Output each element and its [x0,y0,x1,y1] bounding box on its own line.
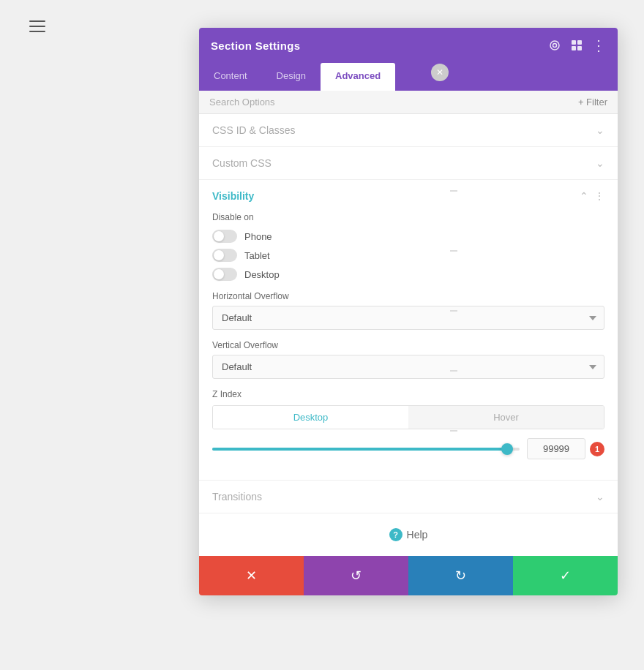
custom-css-label: Custom CSS [212,157,272,169]
visibility-section: Visibility ⌃ ⋮ Disable on Phone Tablet D… [199,180,618,481]
z-tab-hover[interactable]: Hover [408,406,604,429]
tablet-label: Tablet [244,250,270,261]
chevron-down-icon: ⌄ [596,491,604,502]
header-icons: ⋮ [547,38,606,53]
z-index-input-wrap: 1 [527,438,604,459]
svg-rect-3 [577,40,582,45]
chevron-up-icon[interactable]: ⌃ [580,190,588,202]
modal-header: Section Settings ⋮ [199,28,618,63]
visibility-header: Visibility ⌃ ⋮ [212,190,604,202]
scroll-line [450,430,457,432]
vertical-overflow-select[interactable]: Default Hidden Scroll Auto Visible [212,355,604,379]
vertical-overflow-group: Vertical Overflow Default Hidden Scroll … [212,340,604,379]
scroll-line [450,190,457,192]
tablet-toggle[interactable] [212,249,237,262]
section-settings-modal: Section Settings ⋮ Content Design [199,28,618,595]
css-id-classes-row[interactable]: CSS ID & Classes ⌄ [199,114,618,147]
tab-advanced[interactable]: Advanced [321,63,395,91]
phone-toggle-row: Phone [212,230,604,243]
redo-button[interactable]: ↻ [408,556,513,595]
transitions-label: Transitions [212,491,262,502]
visibility-header-icons: ⌃ ⋮ [580,190,604,202]
horizontal-overflow-group: Horizontal Overflow Default Hidden Scrol… [212,291,604,330]
z-index-slider-row: 1 [212,438,604,459]
transitions-row[interactable]: Transitions ⌄ [199,481,618,513]
hamburger-line [29,31,45,32]
hamburger-line [29,20,45,22]
modal-footer: ✕ ↺ ↻ ✓ [199,556,618,595]
custom-css-row[interactable]: Custom CSS ⌄ [199,147,618,180]
disable-on-label: Disable on [212,212,604,222]
svg-rect-2 [572,40,576,45]
help-label[interactable]: Help [407,529,428,541]
desktop-toggle-row: Desktop [212,268,604,281]
save-button[interactable]: ✓ [513,556,618,595]
z-index-badge: 1 [590,442,604,456]
chevron-down-icon: ⌄ [596,157,604,169]
filter-button[interactable]: + Filter [578,97,607,108]
scroll-line [450,370,457,372]
phone-toggle[interactable] [212,230,237,243]
z-index-label: Z Index [212,389,604,399]
search-placeholder[interactable]: Search Options [209,97,275,108]
tab-bar: Content Design Advanced [199,63,618,91]
z-index-tabs: Desktop Hover [212,405,604,429]
scroll-line [450,310,457,312]
z-index-section: Z Index Desktop Hover 1 [212,389,604,459]
desktop-label: Desktop [244,269,280,280]
svg-rect-5 [577,46,582,50]
undo-button[interactable]: ↺ [304,556,408,595]
vertical-overflow-label: Vertical Overflow [212,340,604,350]
z-index-slider[interactable] [212,442,520,456]
visibility-title: Visibility [212,190,254,202]
css-id-classes-label: CSS ID & Classes [212,124,296,136]
z-tab-desktop[interactable]: Desktop [213,406,408,429]
horizontal-overflow-select[interactable]: Default Hidden Scroll Auto Visible [212,306,604,330]
svg-point-1 [553,44,557,48]
tab-design[interactable]: Design [262,63,321,91]
chevron-down-icon: ⌄ [596,124,604,136]
modal-title: Section Settings [211,39,300,52]
tab-content[interactable]: Content [199,63,262,91]
phone-label: Phone [244,231,272,242]
help-icon[interactable]: ? [389,528,402,541]
svg-point-0 [550,41,559,50]
desktop-toggle[interactable] [212,268,237,281]
close-button[interactable]: ✕ [431,64,449,81]
tablet-toggle-row: Tablet [212,249,604,262]
slider-thumb[interactable] [501,443,513,455]
hamburger-line [29,26,45,27]
horizontal-overflow-label: Horizontal Overflow [212,291,604,301]
grid-icon[interactable] [569,38,584,53]
hamburger-menu[interactable] [29,20,45,32]
cancel-button[interactable]: ✕ [199,556,304,595]
scroll-line [450,250,457,252]
svg-rect-4 [572,46,576,50]
visibility-more-icon[interactable]: ⋮ [594,190,604,202]
z-index-value-input[interactable] [527,438,585,459]
help-row: ? Help [199,513,618,556]
more-options-icon[interactable]: ⋮ [591,38,606,53]
search-bar: Search Options + Filter [199,91,618,114]
eye-icon[interactable] [547,38,562,53]
slider-fill [212,448,507,451]
slider-track [212,448,520,451]
scrollbar-indicators [450,190,457,432]
